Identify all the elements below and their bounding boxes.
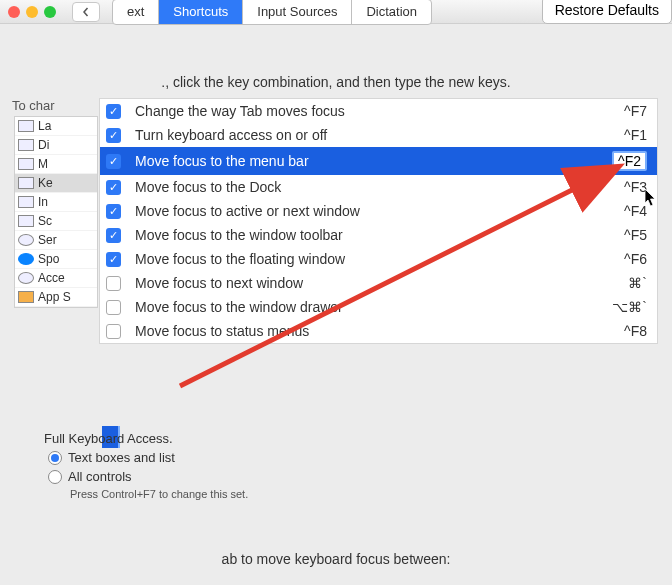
input-sources-icon [18, 196, 34, 208]
shortcut-label: Move focus to the floating window [135, 251, 610, 267]
radio-label: Text boxes and list [68, 450, 175, 465]
sidebar-item-label: App S [38, 290, 71, 304]
keyboard-icon [18, 177, 34, 189]
instruction-text: ., click the key combination, and then t… [0, 74, 672, 90]
shortcut-checkbox[interactable]: ✓ [106, 128, 121, 143]
shortcut-checkbox[interactable]: ✓ [106, 228, 121, 243]
shortcut-key[interactable]: ^F4 [624, 203, 647, 219]
sidebar-item-label: Di [38, 138, 49, 152]
shortcut-label: Move focus to the window drawer [135, 299, 598, 315]
shortcut-row[interactable]: ✓Move focus to the window drawer⌥⌘` [100, 295, 657, 319]
shortcut-label: Change the way Tab moves focus [135, 103, 610, 119]
sidebar-item-keyboard[interactable]: Ke [15, 174, 97, 193]
sidebar-item-label: Spo [38, 252, 59, 266]
sidebar-item-mission-control[interactable]: M [15, 155, 97, 174]
restore-defaults-button[interactable]: Restore Defaults [542, 0, 672, 24]
services-icon [18, 234, 34, 246]
shortcut-row[interactable]: ✓Move focus to the menu bar^F2 [100, 147, 657, 175]
chevron-left-icon [81, 7, 91, 17]
minimize-window-button[interactable] [26, 6, 38, 18]
sidebar-item-input-sources[interactable]: In [15, 193, 97, 212]
shortcut-label: Move focus to the menu bar [135, 153, 598, 169]
shortcut-row[interactable]: ✓Move focus to the floating window^F6 [100, 247, 657, 271]
nav-back-button[interactable] [72, 2, 100, 22]
mouse-cursor-icon [645, 189, 657, 207]
shortcut-checkbox[interactable]: ✓ [106, 154, 121, 169]
sidebar-item-label: Ser [38, 233, 57, 247]
shortcut-row[interactable]: ✓Move focus to next window⌘` [100, 271, 657, 295]
sidebar-item-launchpad[interactable]: La [15, 117, 97, 136]
shortcut-key[interactable]: ^F8 [624, 323, 647, 339]
shortcut-key[interactable]: ^F5 [624, 227, 647, 243]
shortcut-label: Move focus to the Dock [135, 179, 610, 195]
shortcut-label: Turn keyboard access on or off [135, 127, 610, 143]
shortcut-checkbox[interactable]: ✓ [106, 300, 121, 315]
launchpad-icon [18, 120, 34, 132]
tab-text[interactable]: ext [113, 0, 159, 24]
shortcut-checkbox[interactable]: ✓ [106, 180, 121, 195]
spotlight-icon [18, 253, 34, 265]
shortcut-row[interactable]: ✓Move focus to status menus^F8 [100, 319, 657, 343]
shortcut-key[interactable]: ^F7 [624, 103, 647, 119]
shortcut-label: Move focus to next window [135, 275, 614, 291]
radio-all-controls[interactable]: All controls [48, 469, 248, 484]
radio-icon [48, 451, 62, 465]
sidebar-item-label: Sc [38, 214, 52, 228]
shortcut-row[interactable]: ✓Move focus to active or next window^F4 [100, 199, 657, 223]
app-shortcuts-icon [18, 291, 34, 303]
shortcut-key[interactable]: ^F1 [624, 127, 647, 143]
shortcut-row[interactable]: ✓Change the way Tab moves focus^F7 [100, 99, 657, 123]
sidebar-item-app-shortcuts[interactable]: App S [15, 288, 97, 307]
shortcut-key[interactable]: ⌘` [628, 275, 647, 291]
radio-text-boxes[interactable]: Text boxes and list [48, 450, 248, 465]
sidebar-item-label: Ke [38, 176, 53, 190]
display-icon [18, 139, 34, 151]
footer-hint: ab to move keyboard focus between: [0, 551, 672, 567]
shortcut-label: Move focus to status menus [135, 323, 610, 339]
mission-control-icon [18, 158, 34, 170]
shortcut-checkbox[interactable]: ✓ [106, 324, 121, 339]
tab-shortcuts[interactable]: Shortcuts [159, 0, 243, 24]
shortcut-row[interactable]: ✓Move focus to the window toolbar^F5 [100, 223, 657, 247]
close-window-button[interactable] [8, 6, 20, 18]
radio-icon [48, 470, 62, 484]
shortcut-key[interactable]: ^F6 [624, 251, 647, 267]
category-sidebar[interactable]: La Di M Ke In Sc Ser Spo Acce App S [14, 116, 98, 308]
shortcut-label: Move focus to the window toolbar [135, 227, 610, 243]
sidebar-item-spotlight[interactable]: Spo [15, 250, 97, 269]
shortcut-checkbox[interactable]: ✓ [106, 276, 121, 291]
tab-input-sources[interactable]: Input Sources [243, 0, 352, 24]
full-keyboard-access-label: Full Keyboard Access. [44, 431, 248, 446]
zoom-window-button[interactable] [44, 6, 56, 18]
shortcut-list[interactable]: ✓Change the way Tab moves focus^F7✓Turn … [99, 98, 658, 344]
shortcut-key[interactable]: ^F3 [624, 179, 647, 195]
screenshots-icon [18, 215, 34, 227]
shortcut-checkbox[interactable]: ✓ [106, 252, 121, 267]
sidebar-item-screenshots[interactable]: Sc [15, 212, 97, 231]
tab-dictation[interactable]: Dictation [352, 0, 431, 24]
shortcut-row[interactable]: ✓Turn keyboard access on or off^F1 [100, 123, 657, 147]
sidebar-item-label: La [38, 119, 51, 133]
accessibility-icon [18, 272, 34, 284]
sidebar-item-accessibility[interactable]: Acce [15, 269, 97, 288]
shortcut-key[interactable]: ⌥⌘` [612, 299, 647, 315]
sidebar-item-label: In [38, 195, 48, 209]
shortcut-row[interactable]: ✓Move focus to the Dock^F3 [100, 175, 657, 199]
shortcut-label: Move focus to active or next window [135, 203, 610, 219]
sidebar-item-services[interactable]: Ser [15, 231, 97, 250]
shortcut-checkbox[interactable]: ✓ [106, 104, 121, 119]
sidebar-item-label: M [38, 157, 48, 171]
prefpane-tabs: ext Shortcuts Input Sources Dictation [112, 0, 432, 25]
shortcut-key[interactable]: ^F2 [612, 151, 647, 171]
help-text: Press Control+F7 to change this set. [70, 488, 248, 500]
sidebar-item-label: Acce [38, 271, 65, 285]
sidebar-item-display[interactable]: Di [15, 136, 97, 155]
shortcut-checkbox[interactable]: ✓ [106, 204, 121, 219]
sidebar-heading: To char [12, 98, 55, 113]
radio-label: All controls [68, 469, 132, 484]
